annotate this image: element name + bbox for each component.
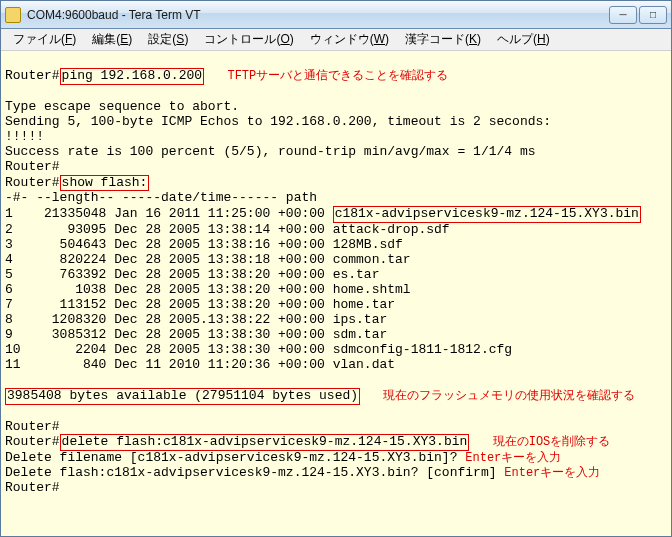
ping-note: TFTPサーバと通信できることを確認する	[227, 69, 448, 83]
flash-row: 4 820224 Dec 28 2005 13:38:18 +00:00 com…	[5, 252, 411, 267]
flash-row: 1 21335048 Jan 16 2011 11:25:00 +00:00	[5, 206, 333, 221]
prompt: Router#	[5, 68, 60, 83]
menu-kanji[interactable]: 漢字コード(K)	[397, 29, 489, 50]
flash-row: 7 113152 Dec 28 2005 13:38:20 +00:00 hom…	[5, 297, 395, 312]
enter-note: Enterキーを入力	[504, 466, 600, 480]
menu-file[interactable]: ファイル(F)	[5, 29, 84, 50]
menu-help[interactable]: ヘルプ(H)	[489, 29, 558, 50]
ping-command: ping 192.168.0.200	[60, 68, 204, 85]
flash-row: 6 1038 Dec 28 2005 13:38:20 +00:00 home.…	[5, 282, 411, 297]
prompt: Router#	[5, 159, 60, 174]
flash-row: 8 1208320 Dec 28 2005.13:38:22 +00:00 ip…	[5, 312, 387, 327]
flash-row: 11 840 Dec 11 2010 11:20:36 +00:00 vlan.…	[5, 357, 395, 372]
terminal[interactable]: Router#ping 192.168.0.200 TFTPサーバと通信できるこ…	[1, 51, 671, 536]
menu-control[interactable]: コントロール(O)	[196, 29, 301, 50]
delete-command: delete flash:c181x-advipservicesk9-mz.12…	[60, 434, 470, 451]
prompt: Router#	[5, 480, 60, 495]
menu-window[interactable]: ウィンドウ(W)	[302, 29, 397, 50]
prompt: Router#	[5, 434, 60, 449]
term-line: Delete flash:c181x-advipservicesk9-mz.12…	[5, 465, 504, 480]
flash-row: 2 93095 Dec 28 2005 13:38:14 +00:00 atta…	[5, 222, 450, 237]
term-line: Success rate is 100 percent (5/5), round…	[5, 144, 536, 159]
prompt: Router#	[5, 419, 60, 434]
delete-note: 現在のIOSを削除する	[493, 435, 611, 449]
enter-note: Enterキーを入力	[465, 451, 561, 465]
flash-header: -#- --length-- -----date/time------ path	[5, 190, 317, 205]
term-line: Sending 5, 100-byte ICMP Echos to 192.16…	[5, 114, 551, 129]
menubar: ファイル(F) 編集(E) 設定(S) コントロール(O) ウィンドウ(W) 漢…	[1, 29, 671, 51]
term-line: Type escape sequence to abort.	[5, 99, 239, 114]
window-title: COM4:9600baud - Tera Term VT	[27, 8, 201, 22]
menu-edit[interactable]: 編集(E)	[84, 29, 140, 50]
flash-row: 3 504643 Dec 28 2005 13:38:16 +00:00 128…	[5, 237, 403, 252]
minimize-button[interactable]: ─	[609, 6, 637, 24]
flash-summary-note: 現在のフラッシュメモリの使用状況を確認する	[383, 389, 635, 403]
ios-filename: c181x-advipservicesk9-mz.124-15.XY3.bin	[333, 206, 641, 223]
flash-row: 9 3085312 Dec 28 2005 13:38:30 +00:00 sd…	[5, 327, 387, 342]
titlebar[interactable]: COM4:9600baud - Tera Term VT ─ □	[1, 1, 671, 29]
flash-row: 10 2204 Dec 28 2005 13:38:30 +00:00 sdmc…	[5, 342, 512, 357]
app-icon	[5, 7, 21, 23]
prompt: Router#	[5, 175, 60, 190]
flash-summary: 3985408 bytes available (27951104 bytes …	[5, 388, 360, 405]
term-line: Delete filename [c181x-advipservicesk9-m…	[5, 450, 465, 465]
flash-row: 5 763392 Dec 28 2005 13:38:20 +00:00 es.…	[5, 267, 379, 282]
menu-setup[interactable]: 設定(S)	[140, 29, 196, 50]
term-line: !!!!!	[5, 129, 44, 144]
window-root: COM4:9600baud - Tera Term VT ─ □ ファイル(F)…	[0, 0, 672, 537]
showflash-command: show flash:	[60, 175, 150, 192]
maximize-button[interactable]: □	[639, 6, 667, 24]
